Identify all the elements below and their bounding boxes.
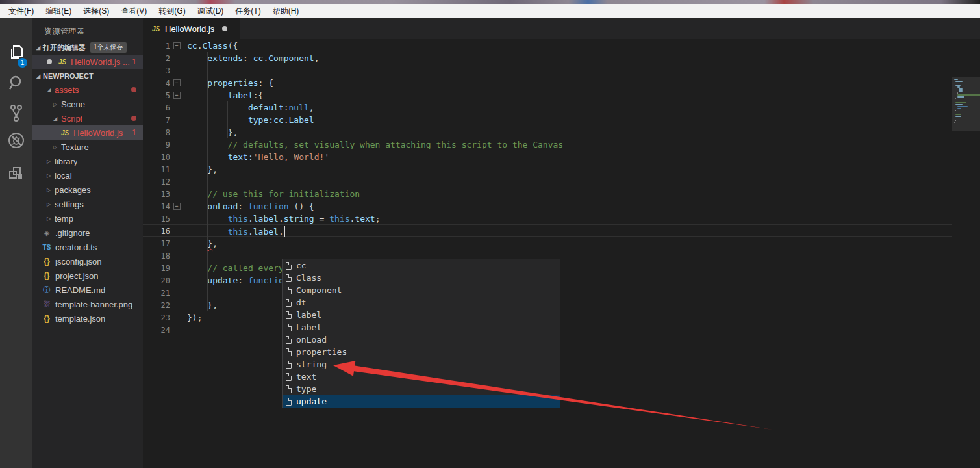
menu-item[interactable]: 查看(V) <box>115 4 153 19</box>
search-icon[interactable] <box>0 70 32 96</box>
menu-item[interactable]: 帮助(H) <box>267 4 305 19</box>
fold-marker-icon[interactable]: − <box>173 92 181 99</box>
code-line-14[interactable]: 14− onLoad: function () { <box>143 200 980 213</box>
suggest-item-cc[interactable]: cc <box>283 259 560 272</box>
suggest-item-onload[interactable]: onLoad <box>283 333 560 346</box>
suggest-label: type <box>296 384 316 394</box>
code-line-1[interactable]: 1−cc.Class({ <box>143 40 980 52</box>
sidebar-title: 资源管理器 <box>32 18 143 37</box>
fold-gutter[interactable]: − <box>170 203 183 210</box>
menu-item[interactable]: 编辑(E) <box>40 4 77 19</box>
menu-item[interactable]: 转到(G) <box>153 4 191 19</box>
fold-gutter[interactable]: − <box>170 79 183 86</box>
minimap[interactable] <box>952 60 980 468</box>
code-line-9[interactable]: 9 // defaults, set visually when attachi… <box>143 138 980 151</box>
fold-gutter[interactable]: − <box>170 42 183 49</box>
code-line-18[interactable]: 18 <box>143 250 980 262</box>
code-line-8[interactable]: 8 }, <box>143 126 980 138</box>
menu-item[interactable]: 文件(F) <box>3 4 40 19</box>
line-number: 10 <box>143 153 170 162</box>
tree-item-jsconfig-json[interactable]: {}jsconfig.json <box>32 254 143 268</box>
code-editor[interactable]: 1−cc.Class({2 extends: cc.Component,34− … <box>143 39 980 468</box>
tree-item-label: project.json <box>55 271 98 281</box>
tree-item--gitignore[interactable]: ◈.gitignore <box>32 226 143 240</box>
suggest-item-component[interactable]: Component <box>283 284 560 296</box>
error-count-badge: 1 <box>132 128 136 137</box>
tree-item-template-banner-png[interactable]: ⛆template-banner.png <box>32 297 143 311</box>
extensions-icon[interactable] <box>0 161 32 187</box>
suggest-item-class[interactable]: Class <box>283 272 560 284</box>
code-line-4[interactable]: 4− properties: { <box>143 77 980 89</box>
tree-item-readme-md[interactable]: ⓘREADME.md <box>32 283 143 297</box>
code-line-20[interactable]: 20 update: functio <box>143 274 980 287</box>
code-line-5[interactable]: 5− label:{ <box>143 89 980 101</box>
tree-item-settings[interactable]: ▷settings <box>32 197 143 211</box>
suggest-item-string[interactable]: string <box>283 358 560 370</box>
code-line-7[interactable]: 7 type:cc.Label <box>143 114 980 126</box>
code-line-19[interactable]: 19 // called every <box>143 262 980 274</box>
suggest-item-type[interactable]: type <box>283 383 560 395</box>
tree-item-library[interactable]: ▷library <box>32 154 143 168</box>
img-file-icon: ⛆ <box>42 300 52 309</box>
suggest-item-dt[interactable]: dt <box>283 296 560 309</box>
tree-item-label: .gitignore <box>55 228 90 238</box>
code-line-3[interactable]: 3 <box>143 64 980 77</box>
debug-disabled-icon[interactable] <box>0 127 32 153</box>
code-line-11[interactable]: 11 }, <box>143 163 980 176</box>
code-line-13[interactable]: 13 // use this for initialization <box>143 188 980 200</box>
tree-item-creator-d-ts[interactable]: TScreator.d.ts <box>32 240 143 254</box>
menu-item[interactable]: 调试(D) <box>192 4 230 19</box>
open-editor-item[interactable]: JS HelloWorld.js ... 1 <box>32 55 143 69</box>
tree-item-local[interactable]: ▷local <box>32 168 143 183</box>
code-line-17[interactable]: 17 }, <box>143 237 980 250</box>
code-line-16[interactable]: 16 this.label. <box>143 225 980 237</box>
tab-bar: JS HelloWorld.js <box>143 18 980 39</box>
suggest-item-text[interactable]: text <box>283 370 560 383</box>
tree-item-template-json[interactable]: {}template.json <box>32 311 143 326</box>
explorer-badge: 1 <box>18 58 27 68</box>
source-control-icon[interactable] <box>0 100 32 126</box>
tree-item-texture[interactable]: ▷Texture <box>32 140 143 154</box>
explorer-icon[interactable]: 1 <box>0 40 32 66</box>
line-number: 9 <box>143 140 170 150</box>
fold-marker-icon[interactable]: − <box>173 42 181 49</box>
tree-item-scene[interactable]: ▷Scene <box>32 97 143 111</box>
open-editors-header[interactable]: ◢ 打开的编辑器 1个未保存 <box>32 40 143 55</box>
fold-marker-icon[interactable]: − <box>173 79 181 86</box>
chevron-expanded-icon: ◢ <box>47 87 55 93</box>
document-icon <box>286 274 292 282</box>
code-line-15[interactable]: 15 this.label.string = this.text; <box>143 213 980 225</box>
code-line-24[interactable]: 24 <box>143 324 980 336</box>
suggest-item-label[interactable]: label <box>283 309 560 321</box>
tree-item-helloworld-js[interactable]: JSHelloWorld.js1 <box>32 125 143 140</box>
line-number: 7 <box>143 116 170 125</box>
tree-item-label: HelloWorld.js <box>73 128 123 138</box>
tree-item-project-json[interactable]: {}project.json <box>32 268 143 283</box>
tree-item-temp[interactable]: ▷temp <box>32 211 143 226</box>
code-line-23[interactable]: 23}); <box>143 311 980 324</box>
code-line-10[interactable]: 10 text:'Hello, World!' <box>143 151 980 163</box>
code-line-6[interactable]: 6 default:null, <box>143 101 980 114</box>
tab-helloworld[interactable]: JS HelloWorld.js <box>143 18 240 39</box>
diamond-file-icon: ◈ <box>42 229 52 237</box>
menu-item[interactable]: 选择(S) <box>77 4 115 19</box>
document-icon <box>286 324 292 332</box>
code-line-12[interactable]: 12 <box>143 176 980 188</box>
line-number: 17 <box>143 239 170 248</box>
fold-gutter[interactable]: − <box>170 92 183 99</box>
code-line-2[interactable]: 2 extends: cc.Component, <box>143 52 980 64</box>
menu-item[interactable]: 任务(T) <box>229 4 266 19</box>
error-count-badge: 1 <box>132 57 136 66</box>
code-line-21[interactable]: 21 <box>143 287 980 299</box>
suggest-item-label[interactable]: Label <box>283 321 560 333</box>
suggest-item-properties[interactable]: properties <box>283 346 560 358</box>
fold-marker-icon[interactable]: − <box>173 203 181 210</box>
code-line-22[interactable]: 22 }, <box>143 299 980 311</box>
text-cursor <box>284 226 285 237</box>
suggest-item-update[interactable]: update <box>283 395 560 408</box>
tree-item-packages[interactable]: ▷packages <box>32 183 143 197</box>
tree-item-script[interactable]: ◢Script <box>32 111 143 125</box>
tree-item-assets[interactable]: ◢assets <box>32 83 143 97</box>
suggest-label: update <box>296 396 327 406</box>
project-section-header[interactable]: ◢ NEWPROJECT <box>32 69 143 83</box>
